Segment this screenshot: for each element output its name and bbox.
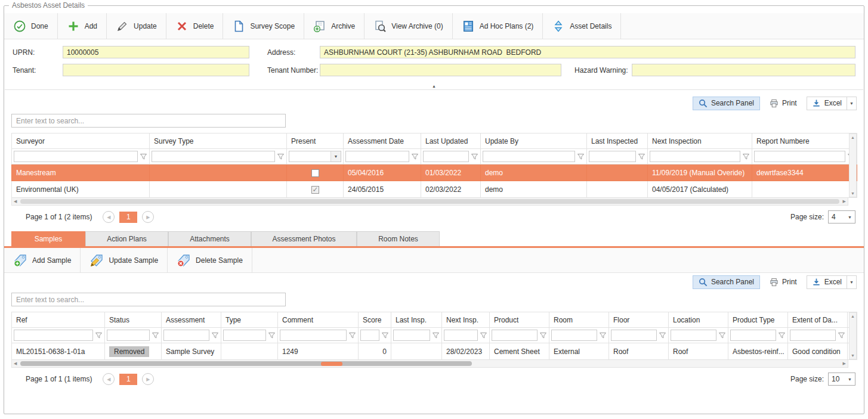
tenant-number-input[interactable] bbox=[320, 64, 561, 76]
done-button[interactable]: Done bbox=[4, 13, 58, 39]
tab-attachments[interactable]: Attachments bbox=[168, 231, 251, 246]
filter-input[interactable] bbox=[730, 330, 776, 341]
filter-input-last-inspected[interactable] bbox=[589, 151, 636, 162]
scroll-up-icon[interactable]: ▲ bbox=[851, 314, 855, 318]
page-size-select[interactable]: 4 ▼ bbox=[828, 210, 855, 224]
survey-row[interactable]: Environmental (UK) 24/05/2015 02/03/2022… bbox=[12, 181, 857, 198]
archive-button[interactable]: Archive bbox=[304, 13, 365, 39]
filter-funnel-icon[interactable] bbox=[140, 153, 147, 160]
filter-input-update-by[interactable] bbox=[483, 151, 575, 162]
filter-funnel-icon[interactable] bbox=[152, 331, 159, 339]
filter-funnel-icon[interactable] bbox=[539, 331, 547, 339]
filter-input[interactable] bbox=[280, 330, 347, 341]
current-page-button[interactable]: 1 bbox=[119, 212, 137, 223]
filter-funnel-icon[interactable] bbox=[95, 331, 103, 339]
col-header-last-updated[interactable]: Last Updated bbox=[421, 134, 481, 149]
filter-input[interactable] bbox=[163, 330, 209, 341]
filter-funnel-icon[interactable] bbox=[268, 331, 276, 339]
col-header-assessment-date[interactable]: Assessment Date bbox=[344, 134, 421, 149]
filter-funnel-icon[interactable] bbox=[778, 331, 786, 339]
col-header-location[interactable]: Location bbox=[669, 312, 728, 328]
excel-dropdown-caret-icon[interactable]: ▼ bbox=[847, 276, 856, 288]
col-header-surveyor[interactable]: Surveyor bbox=[12, 134, 150, 149]
col-header-survey-type[interactable]: Survey Type bbox=[150, 134, 287, 149]
scrollbar-thumb[interactable] bbox=[20, 199, 839, 204]
form-collapse-splitter[interactable]: ▲ bbox=[5, 83, 863, 90]
surveys-search-input[interactable] bbox=[11, 114, 286, 128]
surveys-vertical-scrollbar[interactable]: ▲ ▼ bbox=[849, 134, 857, 197]
col-header-comment[interactable]: Comment bbox=[278, 312, 359, 328]
surveys-search-panel-button[interactable]: Search Panel bbox=[693, 97, 760, 110]
samples-vertical-scrollbar[interactable]: ▲ ▼ bbox=[849, 312, 857, 359]
col-header-next-insp[interactable]: Next Insp. bbox=[442, 312, 490, 328]
filter-funnel-icon[interactable] bbox=[718, 331, 726, 339]
filter-input[interactable] bbox=[393, 330, 430, 341]
scroll-up-icon[interactable]: ▲ bbox=[851, 135, 855, 139]
col-header-room[interactable]: Room bbox=[549, 312, 609, 328]
prev-page-button[interactable]: ◀ bbox=[103, 211, 115, 223]
col-header-present[interactable]: Present bbox=[287, 134, 344, 149]
samples-print-button[interactable]: Print bbox=[767, 275, 799, 289]
page-size-select[interactable]: 10 ▼ bbox=[828, 373, 855, 386]
filter-funnel-icon[interactable] bbox=[742, 153, 750, 160]
filter-funnel-icon[interactable] bbox=[471, 153, 478, 160]
hazard-warning-input[interactable] bbox=[632, 64, 855, 76]
filter-funnel-icon[interactable] bbox=[277, 153, 285, 160]
filter-funnel-icon[interactable] bbox=[659, 331, 666, 339]
samples-search-panel-button[interactable]: Search Panel bbox=[693, 275, 760, 289]
col-header-assessment[interactable]: Assessment bbox=[162, 312, 221, 328]
update-sample-button[interactable]: Update Sample bbox=[81, 248, 168, 272]
scroll-right-icon[interactable]: ▶ bbox=[843, 199, 846, 204]
next-page-button[interactable]: ▶ bbox=[142, 211, 154, 223]
tab-assessment-photos[interactable]: Assessment Photos bbox=[251, 231, 357, 246]
filter-input-survey-type[interactable] bbox=[152, 151, 275, 162]
col-header-type[interactable]: Type bbox=[221, 312, 278, 328]
filter-funnel-icon[interactable] bbox=[211, 331, 219, 339]
tab-samples[interactable]: Samples bbox=[11, 231, 85, 246]
filter-funnel-icon[interactable] bbox=[480, 331, 487, 339]
col-header-report-number[interactable]: Report Numbere bbox=[752, 134, 857, 149]
delete-sample-button[interactable]: Delete Sample bbox=[168, 248, 252, 272]
filter-input[interactable] bbox=[360, 330, 379, 341]
scroll-right-icon[interactable]: ▶ bbox=[843, 361, 846, 366]
filter-input[interactable] bbox=[790, 330, 836, 341]
samples-horizontal-scrollbar[interactable]: ◀ ▶ bbox=[11, 360, 848, 368]
filter-input[interactable] bbox=[444, 330, 478, 341]
scroll-down-icon[interactable]: ▼ bbox=[851, 191, 855, 195]
filter-funnel-icon[interactable] bbox=[638, 153, 645, 160]
present-checkbox[interactable] bbox=[311, 169, 319, 177]
filter-input[interactable] bbox=[611, 330, 657, 341]
col-header-extent-of-damage[interactable]: Extent of Da... bbox=[788, 312, 848, 328]
address-input[interactable] bbox=[320, 46, 855, 58]
filter-input[interactable] bbox=[107, 330, 150, 341]
col-header-ref[interactable]: Ref bbox=[12, 312, 105, 328]
scroll-left-icon[interactable]: ◀ bbox=[14, 361, 17, 366]
add-sample-button[interactable]: Add Sample bbox=[4, 248, 81, 272]
current-page-button[interactable]: 1 bbox=[119, 374, 137, 385]
scroll-down-icon[interactable]: ▼ bbox=[851, 353, 855, 358]
delete-button[interactable]: Delete bbox=[166, 13, 224, 39]
excel-dropdown-caret-icon[interactable]: ▼ bbox=[847, 97, 856, 110]
scroll-left-icon[interactable]: ◀ bbox=[14, 199, 17, 204]
asset-details-button[interactable]: Asset Details bbox=[543, 13, 621, 39]
filter-input-surveyor[interactable] bbox=[14, 151, 138, 162]
col-header-floor[interactable]: Floor bbox=[609, 312, 669, 328]
surveys-excel-button[interactable]: Excel ▼ bbox=[807, 97, 857, 110]
samples-search-input[interactable] bbox=[11, 293, 286, 306]
filter-input[interactable] bbox=[492, 330, 538, 341]
tab-room-notes[interactable]: Room Notes bbox=[357, 231, 440, 246]
col-header-last-inspected[interactable]: Last Inspected bbox=[587, 134, 648, 149]
add-button[interactable]: Add bbox=[58, 13, 107, 39]
filter-input[interactable] bbox=[551, 330, 597, 341]
tenant-input[interactable] bbox=[63, 64, 249, 76]
col-header-status[interactable]: Status bbox=[105, 312, 162, 328]
surveys-print-button[interactable]: Print bbox=[767, 97, 799, 110]
filter-input-next-inspection[interactable] bbox=[650, 151, 740, 162]
filter-funnel-icon[interactable] bbox=[432, 331, 440, 339]
filter-present-dropdown[interactable]: ▼ bbox=[289, 151, 341, 162]
prev-page-button[interactable]: ◀ bbox=[103, 373, 115, 385]
filter-input[interactable] bbox=[14, 330, 93, 341]
next-page-button[interactable]: ▶ bbox=[142, 373, 154, 385]
col-header-update-by[interactable]: Update By bbox=[481, 134, 587, 149]
filter-funnel-icon[interactable] bbox=[348, 331, 356, 339]
